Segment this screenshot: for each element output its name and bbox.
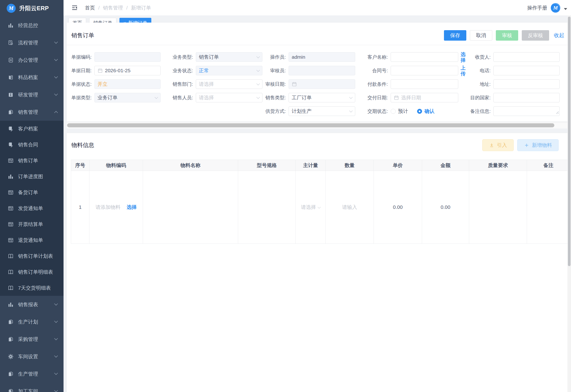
cell-unit[interactable]: 请选择 bbox=[296, 171, 326, 244]
sidebar-item-label: 车间设置 bbox=[18, 353, 55, 360]
materials-table: 序号物料编码物料名称型号规格主计量数量单价金额质量要求备注1请添加物料选择请选择… bbox=[71, 160, 570, 244]
sidebar-item-sales-order-plan[interactable]: 销售订单计划表 bbox=[0, 248, 63, 264]
form-row-remark: 备注信息: bbox=[457, 106, 560, 116]
pages-icon bbox=[8, 336, 14, 342]
sidebar-item-materials-archive[interactable]: 料品档案 bbox=[0, 69, 63, 86]
vertical-scrollbar-thumb[interactable] bbox=[568, 17, 571, 266]
sidebar: M 升阳云ERP 经营总控流程管理办公管理料品档案研发管理销售管理客户档案销售合… bbox=[0, 0, 63, 392]
plus-icon bbox=[524, 142, 529, 148]
cell-amount[interactable]: 0.00 bbox=[422, 171, 469, 244]
field-label: 单据编码: bbox=[70, 54, 94, 60]
chevron-down-icon bbox=[54, 302, 58, 306]
sidebar-item-label: 销售订单明细表 bbox=[18, 269, 57, 275]
radio-option[interactable]: 确认 bbox=[417, 108, 435, 114]
sidebar-item-production-plan[interactable]: 生产计划 bbox=[0, 313, 63, 330]
sidebar-item-label: 退货通知单 bbox=[18, 237, 57, 243]
table-header-quality: 质量要求 bbox=[469, 160, 527, 171]
form-row-contract-no: 合同号:上 传 bbox=[361, 66, 458, 75]
contract-no-field[interactable] bbox=[391, 66, 458, 75]
consignee-field[interactable] bbox=[494, 52, 560, 62]
cell-price[interactable]: 0.00 bbox=[374, 171, 422, 244]
chevron-down-icon bbox=[155, 96, 158, 99]
sales-type-field[interactable]: 工厂订单 bbox=[289, 93, 355, 102]
chevron-down-icon bbox=[349, 109, 353, 112]
pages-icon bbox=[8, 319, 14, 325]
field-placeholder: 请选择 bbox=[199, 94, 214, 101]
audit-button[interactable]: 审核 bbox=[496, 30, 518, 41]
phone-field[interactable] bbox=[494, 66, 560, 75]
form-row-customer-name: 客户名称:选 择 bbox=[361, 52, 458, 62]
sidebar-item-sales-order[interactable]: 销售订单 bbox=[0, 153, 63, 168]
sidebar-item-rnd[interactable]: 研发管理 bbox=[0, 86, 63, 103]
add-material-button[interactable]: 新增物料 bbox=[517, 139, 559, 151]
sidebar-item-dashboard[interactable]: 经营总控 bbox=[0, 17, 63, 34]
sidebar-item-shipping-notice[interactable]: 发货通知单 bbox=[0, 200, 63, 216]
sidebar-item-7day-delivery-detail[interactable]: 7天交货明细表 bbox=[0, 280, 63, 296]
save-button[interactable]: 保存 bbox=[444, 30, 466, 41]
field-value: 工厂订单 bbox=[292, 94, 312, 101]
sidebar-item-invoice-settlement[interactable]: 开票结算单 bbox=[0, 216, 63, 232]
cell-qty[interactable]: 请输入 bbox=[326, 171, 374, 244]
doc-date-field[interactable]: 2026-01-25 bbox=[94, 66, 161, 75]
field-label: 单据日期: bbox=[70, 68, 94, 74]
chevron-down-icon bbox=[318, 206, 321, 209]
sidebar-item-sales-contract[interactable]: 销售合同 bbox=[0, 137, 63, 153]
reverse-audit-button[interactable]: 反审核 bbox=[522, 30, 549, 41]
supply-mode-field[interactable]: 计划生产 bbox=[289, 106, 355, 116]
sales-person-field[interactable]: 请选择 bbox=[196, 93, 262, 102]
breadcrumb-separator: / bbox=[126, 5, 128, 11]
dest-country-field[interactable] bbox=[494, 93, 560, 102]
field-label: 客户名称: bbox=[361, 54, 391, 60]
resize-handle-icon[interactable] bbox=[556, 110, 559, 115]
radio-option[interactable]: 预计 bbox=[391, 108, 408, 114]
form-row-biz-status: 业务状态:正常 bbox=[168, 66, 262, 75]
sidebar-item-workflow[interactable]: 流程管理 bbox=[0, 34, 63, 51]
form-column-1: 单据编码:单据日期:2026-01-25单据状态:开立单据类型:业务订单 bbox=[70, 52, 161, 106]
customer-name-field[interactable] bbox=[391, 52, 458, 62]
bar-chart-icon bbox=[8, 301, 14, 308]
avatar[interactable]: M bbox=[551, 3, 560, 13]
choose-material-link[interactable]: 选择 bbox=[127, 204, 137, 210]
field-label: 销售部门: bbox=[168, 81, 196, 87]
table-header-qty: 数量 bbox=[326, 160, 374, 171]
cell-quality[interactable] bbox=[469, 171, 527, 244]
address-field[interactable] bbox=[494, 79, 560, 89]
user-menu-caret-icon[interactable] bbox=[564, 8, 567, 10]
sidebar-item-processing-workshop[interactable]: 加工车间 bbox=[0, 382, 63, 392]
materials-header: 物料信息 引入 新增物料 bbox=[67, 133, 569, 160]
vertical-scrollbar[interactable] bbox=[567, 16, 571, 392]
sidebar-item-sales-report[interactable]: 销售报表 bbox=[0, 296, 63, 313]
cell-code[interactable]: 请添加物料选择 bbox=[90, 171, 143, 244]
collapse-form-link[interactable]: 收起 bbox=[554, 32, 564, 39]
remark-field[interactable] bbox=[494, 106, 560, 116]
collapse-sidebar-icon[interactable] bbox=[71, 4, 78, 11]
delivery-date-field[interactable]: 选择日期 bbox=[391, 93, 458, 102]
manual-link[interactable]: 操作手册 bbox=[527, 4, 547, 11]
sidebar-item-customer-files[interactable]: 客户档案 bbox=[0, 121, 63, 137]
sidebar-item-sales[interactable]: 销售管理 bbox=[0, 103, 63, 121]
payment-terms-field[interactable] bbox=[391, 79, 458, 89]
import-button[interactable]: 引入 bbox=[482, 139, 514, 151]
sidebar-item-return-notice[interactable]: 退货通知单 bbox=[0, 232, 63, 248]
form-column-3: 操作员:admin审核员:审核日期:销售类型:工厂订单供货方式:计划生产 bbox=[261, 52, 355, 120]
sidebar-item-stock-order[interactable]: 备货订单 bbox=[0, 184, 63, 200]
horizontal-scrollbar-thumb[interactable] bbox=[67, 123, 554, 127]
field-label: 单据类型: bbox=[70, 95, 94, 101]
cell-remark[interactable] bbox=[527, 171, 570, 244]
horizontal-scrollbar[interactable] bbox=[67, 122, 569, 128]
sidebar-item-workshop-settings[interactable]: 车间设置 bbox=[0, 348, 63, 365]
chevron-down-icon bbox=[54, 337, 58, 340]
sales-dept-field[interactable]: 请选择 bbox=[196, 79, 262, 89]
cancel-button[interactable]: 取消 bbox=[470, 30, 492, 41]
sidebar-item-order-progress-chart[interactable]: 订单进度图 bbox=[0, 168, 63, 184]
doc-status-field: 开立 bbox=[94, 79, 161, 89]
table-header-unit: 主计量 bbox=[296, 160, 326, 171]
sidebar-item-sales-order-detail[interactable]: 销售订单明细表 bbox=[0, 264, 63, 280]
sidebar-item-production[interactable]: 生产管理 bbox=[0, 365, 63, 382]
sidebar-item-purchase[interactable]: 采购管理 bbox=[0, 330, 63, 348]
sidebar-item-office[interactable]: 办公管理 bbox=[0, 51, 63, 69]
breadcrumb-item[interactable]: 首页 bbox=[85, 4, 95, 11]
form-row-supply-mode: 供货方式:计划生产 bbox=[261, 106, 355, 116]
form-row-doc-type: 单据类型:业务订单 bbox=[70, 93, 161, 102]
chevron-down-icon bbox=[54, 57, 58, 61]
